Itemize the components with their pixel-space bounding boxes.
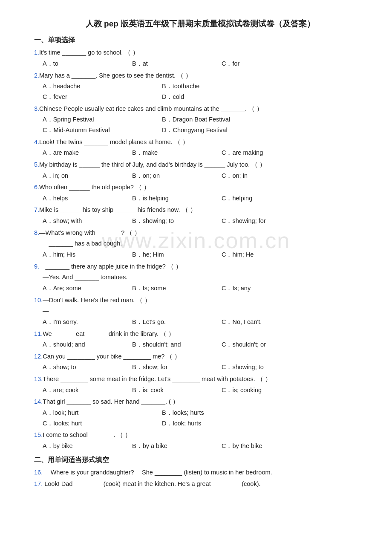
question-number: 7. <box>34 205 39 215</box>
question-item: 3. Chinese People usually eat rice cakes… <box>34 104 366 136</box>
options-line: A．by bikeB．by a bikeC．by the bike <box>43 441 366 451</box>
option-item: A．Are; some <box>43 283 132 294</box>
question-number: 11. <box>34 329 43 339</box>
option-item: A．look; hurt <box>43 408 162 418</box>
fill-question-item: 16. —Where is your granddaughter? —She _… <box>34 467 366 478</box>
question-line: 4. Look! The twins _______ model planes … <box>34 137 366 147</box>
option-item: D．look; hurts <box>162 418 281 429</box>
question-text: My birthday is ______ the third of July,… <box>39 159 266 170</box>
option-item: A．headache <box>43 81 162 92</box>
option-item: B．show; for <box>132 362 222 373</box>
options-line: A．show; withB．showing; toC．showing; for <box>43 216 366 226</box>
question-text: Look! The twins _______ model planes at … <box>39 137 189 147</box>
options-line: A．in; onB．on; onC．on; in <box>43 171 366 181</box>
fill-question-text: Look! Dad ________ (cook) meat in the ki… <box>44 480 260 487</box>
question-text: —What's wrong with _______? （ ） <box>39 228 141 238</box>
option-item: C．No, I can't. <box>222 317 311 327</box>
question-number: 2. <box>34 70 39 81</box>
question-text: —Don't walk. Here's the red man. （ ） <box>43 295 151 306</box>
option-item: B．at <box>132 58 222 69</box>
question-item: 7. Mike is ______ his toy ship ______ hi… <box>34 205 366 226</box>
option-item: B．Is; some <box>132 283 222 294</box>
question-number: 10. <box>34 295 43 306</box>
options-line: A．him; HisB．he; HimC．him; He <box>43 249 366 260</box>
option-item: D．Chongyang Festival <box>162 125 281 136</box>
question-number: 6. <box>34 182 39 193</box>
question-line: 3. Chinese People usually eat rice cakes… <box>34 104 366 114</box>
page-title: 人教 pep 版英语五年级下册期末质量模拟试卷测试卷（及答案） <box>34 17 366 31</box>
option-item: B．toothache <box>162 81 281 92</box>
options-line: A．headacheB．toothacheC．feverD．cold <box>43 81 366 102</box>
question-line: 1. It's time _______ go to school. （ ） <box>34 47 366 58</box>
option-item: D．cold <box>162 92 281 102</box>
section2-heading: 二、用单词适当形式填空 <box>34 454 366 465</box>
question-line: 6. Who often ______ the old people? （ ） <box>34 182 366 193</box>
options-line: A．are; cookB．is; cookC．is; cooking <box>43 385 366 396</box>
option-item: B．he; Him <box>132 249 222 260</box>
option-item: C．showing; to <box>222 362 311 373</box>
options-line: A．Are; someB．Is; someC．Is; any <box>43 283 366 294</box>
option-item: C．looks; hurt <box>43 418 162 429</box>
option-item: A．him; His <box>43 249 132 260</box>
fill-question-item: 17. Look! Dad ________ (cook) meat in th… <box>34 479 366 489</box>
option-item: B．shouldn't; and <box>132 339 222 350</box>
question-subline: —_______ has a bad cough. <box>43 238 366 249</box>
question-text: —_______ there any apple juice in the fr… <box>39 261 182 272</box>
question-text: There ________ some meat in the fridge. … <box>43 374 271 384</box>
question-number: 15. <box>34 430 43 440</box>
question-item: 14. That girl _______ so sad. Her hand _… <box>34 396 366 428</box>
option-item: C．him; He <box>222 249 311 260</box>
question-item: 9. —_______ there any apple juice in the… <box>34 261 366 294</box>
option-item: A．in; on <box>43 171 132 181</box>
option-item: A．are make <box>43 147 132 158</box>
question-number: 3. <box>34 104 39 114</box>
question-line: 10. —Don't walk. Here's the red man. （ ） <box>34 295 366 306</box>
options-line: A．toB．atC．for <box>43 58 366 69</box>
options-line: A．are makeB．makeC．are making <box>43 147 366 158</box>
option-item: B．make <box>132 147 222 158</box>
fill-question-text: —Where is your granddaughter? —She _____… <box>44 469 272 476</box>
question-item: 12. Can you ________ your bike ________ … <box>34 351 366 373</box>
question-line: 14. That girl _______ so sad. Her hand _… <box>34 396 366 407</box>
option-item: A．should; and <box>43 339 132 350</box>
question-number: 1. <box>34 47 39 58</box>
option-item: B．is helping <box>132 193 222 204</box>
question-text: Mary has a _______. She goes to see the … <box>39 70 192 81</box>
option-item: C．for <box>222 58 311 69</box>
question-line: 13. There ________ some meat in the frid… <box>34 374 366 384</box>
question-text: That girl _______ so sad. Her hand _____… <box>43 396 179 407</box>
option-item: C．are making <box>222 147 311 158</box>
question-item: 4. Look! The twins _______ model planes … <box>34 137 366 158</box>
option-item: A．to <box>43 58 132 69</box>
option-item: A．show; to <box>43 362 132 373</box>
option-item: A．show; with <box>43 216 132 226</box>
question-line: 7. Mike is ______ his toy ship ______ hi… <box>34 205 366 215</box>
options-line: A．show; toB．show; forC．showing; to <box>43 362 366 373</box>
question-subline: —______ <box>43 306 366 316</box>
question-item: 11. We ______ eat ______ drink in the li… <box>34 329 366 350</box>
option-item: A．I'm sorry. <box>43 317 132 327</box>
question-number: 4. <box>34 137 39 147</box>
option-item: A．helps <box>43 193 132 204</box>
question-subline: —Yes. And _______ tomatoes. <box>43 272 366 283</box>
option-item: B．Let's go. <box>132 317 222 327</box>
option-item: B．by a bike <box>132 441 222 451</box>
question-item: 6. Who often ______ the old people? （ ）A… <box>34 182 366 203</box>
question-line: 15. I come to school _______. （ ） <box>34 430 366 440</box>
option-item: C．showing; for <box>222 216 311 226</box>
question-line: 8. —What's wrong with _______? （ ） <box>34 228 366 238</box>
option-item: B．on; on <box>132 171 222 181</box>
question-line: 12. Can you ________ your bike ________ … <box>34 351 366 362</box>
section1-heading: 一、单项选择 <box>34 34 366 46</box>
option-item: A．are; cook <box>43 385 132 396</box>
option-item: C．shouldn't; or <box>222 339 311 350</box>
option-item: B．is; cook <box>132 385 222 396</box>
options-line: A．look; hurtB．looks; hurtsC．looks; hurtD… <box>43 408 366 428</box>
option-item: C．Is; any <box>222 283 311 294</box>
question-item: 10. —Don't walk. Here's the red man. （ ）… <box>34 295 366 327</box>
question-text: Who often ______ the old people? （ ） <box>39 182 150 193</box>
fill-question-number: 17. <box>34 480 44 487</box>
question-item: 1. It's time _______ go to school. （ ）A．… <box>34 47 366 69</box>
question-number: 9. <box>34 261 39 272</box>
fill-question-number: 16. <box>34 469 44 476</box>
